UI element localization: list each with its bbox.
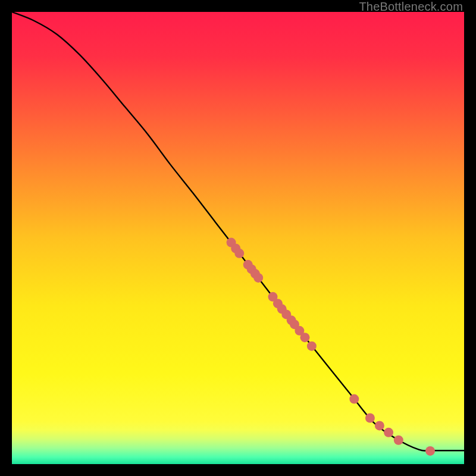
- chart-stage: TheBottleneck.com: [0, 0, 476, 476]
- plot-area: [12, 12, 464, 464]
- svg-rect-0: [12, 12, 464, 464]
- background-gradient: [12, 12, 464, 464]
- attribution-label: TheBottleneck.com: [359, 0, 463, 14]
